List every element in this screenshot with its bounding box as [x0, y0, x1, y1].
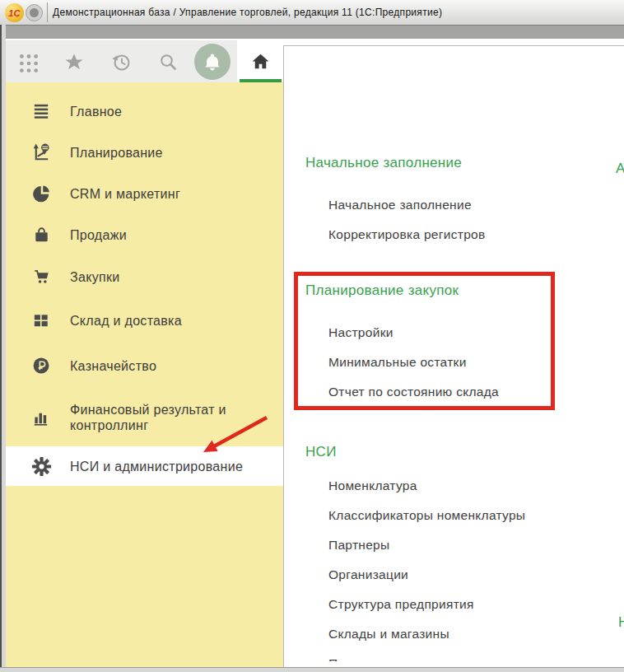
sidebar-item-glavnoe[interactable]: Главное	[6, 91, 284, 132]
functions-menu-content: Начальное заполнение Начальное заполнени…	[284, 46, 624, 661]
menu-item[interactable]: Организации	[305, 560, 525, 590]
sidebar-item-label: Финансовый результат и контроллинг	[70, 402, 261, 433]
title-bar: 1С Демонстрационная база / Управление то…	[0, 0, 624, 26]
sidebar-item-label: Планирование	[70, 145, 163, 161]
sidebar-item-crm[interactable]: CRM и маркетинг	[6, 173, 284, 214]
functions-menu-panel: Начальное заполнение Начальное заполнени…	[283, 45, 624, 667]
sidebar-item-finrezultat[interactable]: Финансовый результат и контроллинг	[6, 389, 284, 446]
menu-item[interactable]: Отчет по состоянию склада	[305, 377, 499, 407]
history-clock-icon[interactable]	[110, 51, 133, 73]
bell-icon	[202, 51, 223, 72]
sidebar-item-label: Казначейство	[70, 358, 156, 374]
home-icon	[250, 51, 271, 72]
sidebar-item-label: CRM и маркетинг	[70, 186, 180, 202]
service-badge-icon	[26, 4, 43, 21]
menu-item[interactable]: Партнеры	[305, 530, 525, 560]
sidebar-item-sklad[interactable]: Склад и доставка	[6, 298, 284, 343]
titlebar-divider	[47, 2, 48, 22]
tab-home[interactable]	[237, 40, 284, 82]
warehouse-icon	[30, 310, 52, 331]
shopping-bag-icon	[30, 225, 52, 245]
search-icon[interactable]	[158, 52, 178, 72]
main-menu-grid-icon[interactable]	[17, 52, 40, 75]
menu-item[interactable]: Структура предприятия	[305, 590, 525, 619]
menu-item-clipped[interactable]: П	[305, 649, 525, 661]
window-title: Демонстрационная база / Управление торго…	[53, 0, 442, 25]
section-title: Планирование закупок	[305, 282, 499, 299]
shopping-cart-icon	[30, 267, 52, 287]
bar-chart-icon	[30, 408, 52, 428]
menu-item[interactable]: Склады и магазины	[305, 619, 525, 649]
menu-item[interactable]: Настройки	[305, 318, 499, 348]
partial-section-title-right: А	[616, 161, 624, 177]
notifications-button[interactable]	[194, 44, 231, 80]
sidebar-item-zakupki[interactable]: Закупки	[6, 255, 284, 298]
window-bottom-edge	[0, 667, 624, 672]
section-nsi: НСИ Номенклатура Классификаторы номенкла…	[305, 444, 525, 661]
sidebar-item-label: Главное	[70, 104, 122, 119]
sidebar-item-label: НСИ и администрирование	[70, 459, 243, 474]
sidebar-item-label: Склад и доставка	[70, 313, 182, 329]
quick-toolbar	[6, 40, 237, 82]
menu-lines-icon	[30, 101, 52, 122]
menu-item[interactable]: Начальное заполнение	[305, 190, 486, 220]
sidebar-item-label: Закупки	[70, 269, 119, 285]
sidebar-item-planirovanie[interactable]: Планирование	[6, 132, 284, 173]
section-title: Начальное заполнение	[305, 155, 486, 171]
app-window: 1С Демонстрационная база / Управление то…	[0, 0, 624, 672]
1c-logo-icon: 1С	[5, 3, 24, 22]
sections-panel: Главное Планирование	[6, 82, 284, 667]
menu-item[interactable]: Классификаторы номенклатуры	[305, 501, 525, 530]
planning-chart-icon	[30, 142, 52, 163]
ruble-coin-icon	[30, 356, 52, 376]
partial-section-title-right: Н	[618, 614, 624, 631]
section-nachalnoe-zapolnenie: Начальное заполнение Начальное заполнени…	[305, 155, 486, 250]
pie-chart-icon	[30, 184, 52, 204]
sidebar-item-nsi-administrirovanie[interactable]: НСИ и администрирование	[6, 446, 284, 486]
gear-icon	[30, 456, 52, 477]
menu-item[interactable]: Корректировка регистров	[305, 220, 486, 250]
menu-item[interactable]: Номенклатура	[305, 471, 525, 501]
sidebar-item-kaznacheystvo[interactable]: Казначейство	[6, 343, 284, 389]
favorites-star-icon[interactable]	[63, 52, 85, 73]
window-chrome-strip	[0, 26, 624, 39]
section-title: НСИ	[305, 444, 525, 460]
section-planirovanie-zakupok: Планирование закупок Настройки Минимальн…	[305, 282, 499, 407]
sidebar-item-prodazhi[interactable]: Продажи	[6, 214, 284, 255]
sidebar-item-label: Продажи	[70, 227, 127, 243]
menu-item[interactable]: Минимальные остатки	[305, 348, 499, 377]
